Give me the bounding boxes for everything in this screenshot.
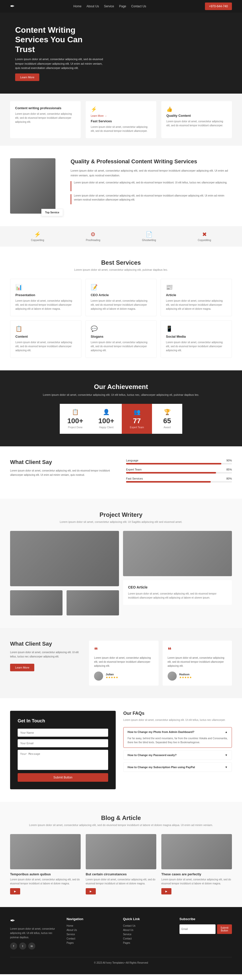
footer-nav-about[interactable]: About Us — [67, 929, 113, 931]
ceo-article-icon: 📝 — [91, 284, 152, 291]
reviewer-name-1: Julian — [106, 673, 118, 676]
nav-phone-button[interactable]: +970-644-740 — [205, 3, 232, 10]
team-icon: 👥 — [129, 409, 144, 415]
best-services-section: Best Services Lorem ipsum dolor sit amet… — [0, 247, 242, 371]
fast-services-icon: ⚡ — [91, 106, 151, 112]
nav-contact[interactable]: Contact Us — [131, 5, 146, 8]
skill-language-percent: 90% — [226, 459, 232, 462]
contact-name-input[interactable] — [18, 729, 108, 737]
footer-subscribe-button[interactable]: Submit Button — [217, 924, 232, 934]
blog-section: Blog & Article Lorem ipsum dolor sit ame… — [0, 802, 242, 907]
footer-quick-about[interactable]: About Us — [123, 929, 169, 931]
faq-chevron-3: ▼ — [225, 766, 228, 768]
service-presentation: 📊 Presentation Lorem ipsum dolor sit ame… — [10, 279, 82, 316]
social-facebook[interactable]: f — [10, 942, 17, 950]
reviewer-2: Hudson ★★★★★ — [168, 671, 227, 681]
proofreading-icon: ⚙ — [86, 231, 100, 238]
footer-nav-contact[interactable]: Contact — [67, 937, 113, 940]
blog-read-more-1[interactable]: ▶ — [10, 888, 20, 894]
intro-card-3-title: Quality Content — [167, 114, 227, 118]
stat-copyediting: ✖ Copyediting — [198, 231, 211, 242]
faq-question-1[interactable]: How to Change my Photo from Admin Dashbo… — [123, 727, 232, 737]
footer-nav-home[interactable]: Home — [67, 924, 113, 927]
footer-brand: ✒ Lorem ipsum dolor sit amet, consectetu… — [10, 917, 56, 950]
navbar: ✒ Home About Us Service Page Contact Us … — [0, 0, 242, 13]
client-say-section: What Client Say Lorem ipsum dolor sit am… — [0, 446, 242, 499]
footer-nav-service[interactable]: Service — [67, 933, 113, 936]
footer-quick-service[interactable]: Service — [123, 933, 169, 936]
achievement-section: Our Achievement Lorem ipsum dolor sit am… — [0, 371, 242, 446]
faq-item-1: How to Change my Photo from Admin Dashbo… — [123, 727, 232, 748]
intro-card-1-title: Content writing professionals — [15, 106, 75, 110]
hero-section: Content Writing Services You Can Trust L… — [0, 13, 242, 94]
blog-read-more-2[interactable]: ▶ — [86, 888, 96, 894]
faq-title: Our FAQs — [123, 711, 232, 716]
quality-image-container: Top Service — [10, 158, 61, 213]
client-say-title: What Client Say — [10, 459, 116, 466]
hero-cta-button[interactable]: Learn More — [15, 73, 39, 81]
skill-fast-services-percent: 80% — [226, 477, 232, 480]
blog-read-more-3[interactable]: ▶ — [161, 888, 171, 894]
blog-card-3: These cases are perfectly Lorem ipsum do… — [161, 834, 232, 894]
blog-image-3 — [161, 834, 232, 869]
nav-page[interactable]: Page — [119, 5, 126, 8]
faq-chevron-2: ▼ — [225, 754, 228, 757]
test-card-1: ❝ Lorem ipsum dolor sit amet, consectetu… — [89, 641, 158, 686]
contact-submit-button[interactable]: Submit Button — [18, 773, 108, 782]
team-num: 77 — [129, 417, 144, 425]
footer-email-input[interactable] — [179, 924, 216, 934]
nav-home[interactable]: Home — [73, 5, 82, 8]
best-services-title: Best Services — [10, 259, 232, 266]
slogans-icon: 💬 — [91, 326, 152, 332]
footer-quick-contact2[interactable]: Contact — [123, 937, 169, 940]
stat-ghostwriting: 📄 Ghostwriting — [142, 231, 156, 242]
clients-num: 100+ — [98, 417, 114, 425]
faq-question-2[interactable]: How to Change my Password easily? ▼ — [123, 751, 232, 760]
faq-item-2: How to Change my Password easily? ▼ — [123, 750, 232, 760]
hero-description: Lorem ipsum dolor sit amet, consectetur … — [15, 57, 103, 70]
footer: ✒ Lorem ipsum dolor sit amet, consectetu… — [0, 907, 242, 974]
ach-team: 👥 77 Expert Team — [122, 404, 152, 434]
footer-quick-links: Quick Link Contact Us About Us Service C… — [123, 917, 169, 950]
nav-about[interactable]: About Us — [87, 5, 99, 8]
stat-proofreading-label: Proofreading — [86, 239, 100, 242]
testimonials-description: Lorem ipsum dolor sit amet, consectetur … — [10, 650, 82, 659]
footer-quick-pages[interactable]: Pages — [123, 942, 169, 944]
contact-email-input[interactable] — [18, 739, 108, 747]
skill-expert-team-label: Expert Team — [126, 468, 142, 471]
copyediting-icon: ✖ — [198, 231, 211, 238]
faq-answer-1: Far far away, behind the word mountains,… — [123, 737, 232, 748]
blog-grid: Temporibus autem quibus Lorem ipsum dolo… — [10, 834, 232, 894]
skill-expert-team: Expert Team 85% — [126, 468, 232, 474]
test-quote-1: Lorem ipsum dolor sit amet, consectetur … — [94, 656, 153, 668]
quote-icon-2: ❝ — [168, 646, 227, 654]
footer-subscribe-title: Subscribe — [179, 917, 232, 921]
testimonials-cta-button[interactable]: Learn More — [10, 664, 34, 671]
ghostwriting-icon: 📄 — [142, 231, 156, 238]
contact-message-input[interactable] — [18, 750, 108, 770]
footer-navigation: Navigation Home About Us Service Contact… — [67, 917, 113, 950]
blog-card-1: Temporibus autem quibus Lorem ipsum dolo… — [10, 834, 81, 894]
skill-expert-team-percent: 85% — [226, 468, 232, 471]
service-social-media-desc: Lorem ipsum dolor sit amet, consectetur … — [166, 340, 227, 353]
contact-form-title: Get In Touch — [18, 718, 108, 724]
blog-post-3-desc: Lorem ipsum dolor sit amet, consectetur … — [161, 878, 232, 886]
faq-box: Our FAQs Lorem ipsum dolor sit amet, con… — [123, 711, 232, 789]
ach-clients: 👤 100+ Happy Client — [91, 404, 122, 434]
intro-card-3-text: Lorem ipsum dolor sit amet, consectetur … — [167, 119, 227, 127]
nav-service[interactable]: Service — [104, 5, 114, 8]
footer-quick-contact[interactable]: Contact Us — [123, 924, 169, 927]
footer-nav-pages[interactable]: Pages — [67, 942, 113, 944]
achievement-cards: 📋 100+ Project Done 👤 100+ Happy Client … — [10, 404, 232, 434]
stars-2: ★★★★★ — [179, 676, 192, 679]
faq-question-3[interactable]: How to Change my Subscription Plan using… — [123, 763, 232, 772]
social-linkedin[interactable]: in — [28, 942, 35, 950]
social-twitter[interactable]: t — [19, 942, 26, 950]
quality-title: Quality & Professional Content Writing S… — [71, 158, 232, 165]
skill-language-label: Language — [126, 459, 138, 462]
stats-row: ⚡ Copywriting ⚙ Proofreading 📄 Ghostwrit… — [0, 226, 242, 247]
learn-more-1[interactable]: Learn More → — [91, 115, 107, 117]
faq-subtitle: Lorem ipsum dolor sit amet, consectetur … — [123, 718, 232, 722]
hero-title: Content Writing Services You Can Trust — [15, 25, 103, 54]
service-slogans-desc: Lorem ipsum dolor sit amet, consectetur … — [91, 340, 152, 353]
